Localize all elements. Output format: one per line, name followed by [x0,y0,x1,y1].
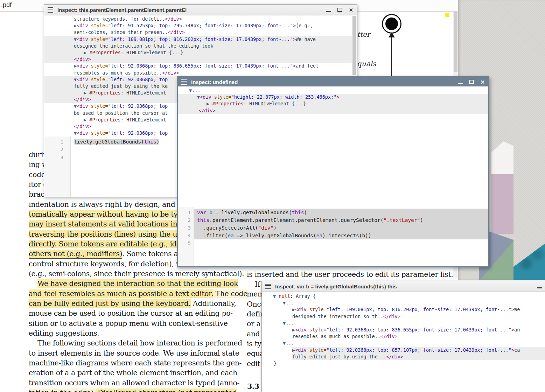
pdf-line: tation in the edge). Disallowed characte… [29,388,237,392]
tree-row[interactable]: ▶<div style="left: 109.081px; top: 816.2… [262,306,545,313]
maximize-button[interactable] [337,8,342,12]
minimize-button[interactable] [537,287,542,288]
tree-row[interactable]: ▼ null: Array { [262,293,545,300]
window-controls: ✕ [458,77,488,86]
line-number: 3 [178,224,194,232]
editor-gutter: 12345 [178,207,194,266]
diagram-label-letter: tter [357,30,370,38]
pdf-line: code [29,170,45,179]
close-button[interactable]: ✕ [349,7,353,13]
tree-row[interactable]: ▼<div style="left: 109.081px; top: 816.2… [44,36,352,43]
tree-row[interactable]: ▼... [262,320,545,327]
line-number: 2 [178,216,194,224]
pdf-tab-label[interactable]: .pdf [1,1,12,9]
tree-row[interactable]: ▼... [262,300,545,306]
tree-row[interactable]: </div> [178,107,488,114]
line-number: 2 [44,146,70,153]
window-controls [537,281,545,292]
pdf-line: editing suggestions. [29,329,99,337]
wallpaper-white-facet [491,141,513,175]
tree-row[interactable]: semi-colons, since their presen..</div> [44,29,352,36]
line-number: 4 [178,232,194,239]
code-editor[interactable]: 12345 var b = lively.getGlobalBounds(thi… [178,207,488,266]
inspector-window-undefined: Inspect: undefined ✕ ▼...▼<div style="he… [177,76,489,267]
minimize-button[interactable] [458,83,463,84]
window-title: Inspect: undefined [191,79,238,85]
line-number: 1 [178,209,194,216]
screen: { "colors": { "titlebar_active": "#6e819… [0,0,545,392]
pdf-line: to insert elements in the source code. W… [29,349,239,357]
pdf-line: eration of a a part of the whole element… [29,369,237,377]
wallpaper-teal-triangle [513,243,545,280]
tree-row[interactable]: ▶<div style="left: 92.0368px; top: 836.6… [44,63,352,69]
pdf-line: control structure keywords, for deletion… [29,260,190,268]
code-line[interactable]: this.parentElement.parentElement.parentE… [194,216,488,224]
dom-tree: ▼...▼<div style="height: 22.877px; width… [178,86,488,119]
tree-row[interactable]: ▼<div style="height: 22.877px; width: 25… [178,94,488,100]
editor-code[interactable]: var b = lively.getGlobalBounds(this)this… [194,207,488,266]
tree-row[interactable]: ▼... [262,340,545,346]
menu-icon[interactable] [48,7,53,13]
tree-row[interactable]: ▶<div style="left: 92.0368px; top: 836.6… [262,327,545,333]
page-scrollbar-thumb[interactable] [454,12,457,72]
end-state-fill [385,18,398,30]
editor-gutter: 123 [44,136,71,197]
tree-row[interactable]: ▶<div style="left: 91.5253px; top: 795.7… [44,22,352,29]
tree-row[interactable]: </div> [44,56,352,63]
pdf-line: traversing the positions (lines) using t… [29,230,182,238]
code-line[interactable]: var b = lively.getGlobalBounds(this) [194,209,488,216]
tree-row[interactable]: structure keywords, for deleti..</div> [44,16,352,22]
pdf-line: and feel resembles as much as possible a… [29,289,247,298]
tree-row[interactable]: resembles as much as possible..</div> [262,333,545,340]
pdf-line: transition occurs when an allowed charac… [29,379,239,387]
line-number: 5 [178,239,194,247]
maximize-button[interactable] [469,80,474,84]
menu-icon[interactable] [265,284,271,289]
minimize-button[interactable] [326,11,331,12]
window-scrollbar-thumb[interactable] [352,16,356,75]
pdf-line: is inserted and the user proceeds to edi… [247,270,453,279]
pdf-line: directly. Some tokens are editable (e.g.… [29,240,190,248]
tree-row[interactable]: ▶<div style="left: 92.0368px; top: 857.1… [292,347,545,354]
window-title: Inspect: var b = lively.getGlobalBounds(… [275,284,397,289]
line-number: 3 [44,154,70,161]
tree-row[interactable]: ▼... [178,87,488,94]
window-titlebar[interactable]: Inspect: var b = lively.getGlobalBounds(… [262,281,545,292]
menu-icon[interactable] [181,79,187,85]
pdf-line: may insert statements at valid locations… [29,220,181,228]
window-titlebar[interactable]: Inspect: undefined ✕ [178,77,488,86]
close-button[interactable]: ✕ [480,79,485,85]
tree-row[interactable]: designed the interaction so th..</div> [262,313,545,320]
pdf-line: sition or to activate a popup menu with … [29,319,228,328]
tree-row[interactable]: } [262,360,545,367]
wallpaper-pink-facet [491,174,513,234]
tree-row[interactable]: designed the interaction so that the edi… [44,43,352,49]
tree-row[interactable]: resembles as much as possible..</div> [44,70,352,76]
window-controls: ✕ [326,5,357,15]
pdf-line: machine-like diagrams where each state r… [29,359,242,367]
tree-row[interactable]: ▶ #Properties: HTMLDivElement {...} [178,100,488,107]
pdf-line: The following sections detail how intera… [37,339,242,347]
pdf-line: We have designed the interaction so that… [37,279,238,288]
tree-row[interactable]: fully edited just by using the ..</div> [292,354,545,360]
diagram-label-equals: quals [357,59,376,68]
transition-line [391,36,392,76]
pdf-line: (e.g., semi-colons, since their presence… [29,270,244,278]
pdf-line: mouse can be used to position the cursor… [29,309,233,317]
code-line[interactable]: .querySelectorAll("div") [194,224,488,232]
tree-row[interactable]: ▶ #Properties: HTMLDivElement {...} [44,49,352,56]
pdf-line: others not (e.g., modifiers). Some token… [29,250,185,258]
pdf-line: indentation is always right by design, a… [29,200,181,209]
window-titlebar[interactable]: Inspect: this.parentElement.parentElemen… [44,5,357,15]
pdf-line: 3.3 [247,382,259,391]
code-line[interactable]: .filter(ea => lively.getGlobalBounds(ea)… [194,232,488,239]
dom-tree: ▼ null: Array {▼...▶<div style="left: 10… [262,292,545,392]
yellow-marker [445,13,449,17]
line-number: 1 [44,138,70,146]
pdf-line: can be fully edited just by using the ke… [29,299,236,308]
pdf-line: tomatically appear without having to be … [29,210,177,218]
window-title: Inspect: this.parentElement.parentElemen… [57,7,187,13]
inspector-window-bounds-result: Inspect: var b = lively.getGlobalBounds(… [261,281,545,392]
code-line[interactable] [194,239,488,247]
